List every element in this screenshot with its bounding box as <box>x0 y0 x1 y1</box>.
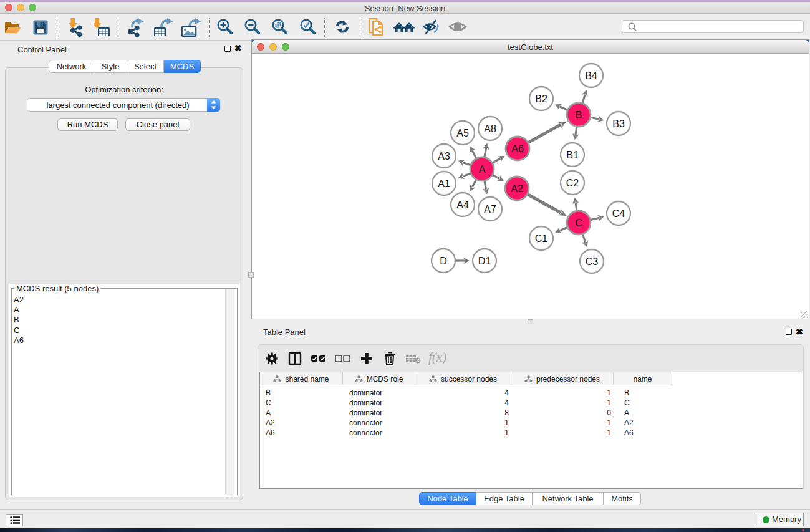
svg-text:A1: A1 <box>438 178 450 189</box>
svg-text:A8: A8 <box>484 123 496 134</box>
svg-text:D: D <box>440 256 447 266</box>
svg-text:A3: A3 <box>438 151 450 162</box>
svg-text:A4: A4 <box>456 200 469 210</box>
svg-text:A2: A2 <box>511 183 523 194</box>
svg-text:B: B <box>576 110 582 120</box>
svg-text:C: C <box>575 218 582 228</box>
svg-text:B2: B2 <box>535 94 547 104</box>
svg-text:B1: B1 <box>566 150 579 160</box>
svg-text:A6: A6 <box>511 143 524 154</box>
svg-text:C1: C1 <box>535 233 548 244</box>
svg-text:C3: C3 <box>586 256 599 267</box>
svg-text:D1: D1 <box>478 256 491 266</box>
svg-text:C4: C4 <box>612 208 625 219</box>
svg-text:A: A <box>479 164 486 175</box>
svg-text:B4: B4 <box>585 70 597 81</box>
svg-text:C2: C2 <box>566 178 579 188</box>
svg-text:B3: B3 <box>612 118 625 129</box>
svg-text:A5: A5 <box>456 128 469 138</box>
svg-text:A7: A7 <box>484 204 496 215</box>
